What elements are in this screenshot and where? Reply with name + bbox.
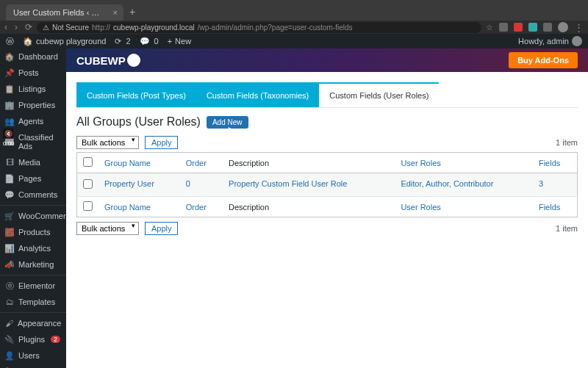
- sidebar-item-properties[interactable]: 🏢Properties: [0, 97, 66, 113]
- cell-name[interactable]: Property User: [98, 173, 180, 197]
- apply-button[interactable]: Apply: [145, 222, 179, 235]
- sidebar-item-plugins[interactable]: 🔌Plugins2: [0, 331, 66, 347]
- tab-title: User Custom Fields ‹ cubewp: [13, 8, 119, 17]
- menu-label: Analytics: [18, 244, 51, 253]
- url-path: /wp-admin/admin.php?page=user-custom-fie…: [198, 24, 353, 32]
- menu-label: Posts: [18, 68, 39, 77]
- comments-link[interactable]: 💬0: [140, 37, 159, 46]
- col-desc: Description: [223, 197, 395, 217]
- tab-custom-fields-post-types-[interactable]: Custom Fields (Post Types): [76, 82, 196, 107]
- back-icon[interactable]: ‹: [4, 22, 7, 32]
- close-icon[interactable]: ×: [113, 8, 118, 17]
- menu-icon: 👥: [5, 117, 14, 126]
- browser-chrome: User Custom Fields ‹ cubewp × + ‹ › ⟳ ⚠ …: [0, 0, 588, 34]
- wp-logo-icon[interactable]: ⓦ: [6, 36, 14, 47]
- tab-custom-fields-taxonomies-[interactable]: Custom Fields (Taxonomies): [196, 82, 319, 107]
- video-time: 0:00: [3, 140, 15, 147]
- col-fields[interactable]: Fields: [533, 197, 578, 217]
- menu-icon: 📊: [5, 244, 14, 253]
- table-row: Property User 0 Property Custom Field Us…: [77, 173, 578, 197]
- sidebar-item-dashboard[interactable]: 🏠Dashboard: [0, 48, 66, 65]
- menu-label: Classified Ads: [18, 133, 61, 151]
- reload-icon[interactable]: ⟳: [25, 22, 32, 32]
- not-secure-icon: ⚠: [43, 24, 49, 32]
- mute-icon[interactable]: 🔇: [3, 129, 13, 139]
- cell-roles: Editor, Author, Contributor: [395, 173, 533, 197]
- sidebar-item-comments[interactable]: 💬Comments: [0, 187, 66, 203]
- col-desc: Description: [223, 153, 395, 173]
- howdy[interactable]: Howdy, admin: [518, 36, 582, 46]
- sidebar-item-agents[interactable]: 👥Agents: [0, 113, 66, 129]
- video-overlay: 🔇 0:00: [3, 129, 15, 147]
- sidebar-item-marketing[interactable]: 📣Marketing: [0, 256, 66, 273]
- cell-fields[interactable]: 3: [533, 173, 578, 197]
- menu-label: Users: [18, 351, 40, 360]
- sidebar-item-woocommerce[interactable]: 🛒WooCommerce: [0, 208, 66, 224]
- new-tab-button[interactable]: +: [123, 3, 141, 21]
- sidebar-item-listings[interactable]: 📋Listings: [0, 81, 66, 97]
- sidebar-item-posts[interactable]: 📌Posts: [0, 65, 66, 81]
- bulk-actions-select[interactable]: Bulk actions: [76, 136, 139, 149]
- buy-addons-button[interactable]: Buy Add-Ons: [509, 52, 578, 68]
- sidebar-item-analytics[interactable]: 📊Analytics: [0, 240, 66, 256]
- select-all-checkbox[interactable]: [83, 201, 93, 211]
- col-name[interactable]: Group Name: [98, 197, 180, 217]
- col-roles[interactable]: User Roles: [395, 153, 533, 173]
- col-name[interactable]: Group Name: [98, 153, 180, 173]
- menu-icon: 🏠: [5, 52, 14, 61]
- tab-custom-fields-user-roles-[interactable]: Custom Fields (User Roles): [319, 82, 439, 107]
- menu-icon: 🧱: [5, 228, 14, 237]
- ext-icon[interactable]: [499, 23, 508, 32]
- sidebar-item-appearance[interactable]: 🖌Appearance: [0, 315, 66, 331]
- menu-icon: 🛒: [5, 212, 14, 220]
- browser-tab[interactable]: User Custom Fields ‹ cubewp ×: [6, 4, 123, 21]
- ext-icon[interactable]: [528, 23, 537, 32]
- col-order[interactable]: Order: [180, 153, 223, 173]
- nav-icons: ‹ › ⟳: [4, 22, 32, 32]
- menu-icon: 👤: [5, 351, 14, 360]
- menu-icon: 🎞: [5, 158, 14, 167]
- col-fields[interactable]: Fields: [533, 153, 578, 173]
- menu-label: Dashboard: [18, 52, 58, 61]
- new-link[interactable]: + New: [168, 37, 191, 46]
- address-bar[interactable]: ⚠ Not Secure http://cubewp-playground.lo…: [37, 22, 481, 33]
- menu-label: Pages: [18, 174, 41, 183]
- menu-icon: 📣: [5, 260, 14, 269]
- cell-order[interactable]: 0: [180, 173, 223, 197]
- profile-avatar[interactable]: [558, 22, 568, 32]
- menu-icon[interactable]: ⋮: [574, 22, 584, 33]
- groups-table: Group Name Order Description User Roles …: [76, 152, 578, 217]
- menu-icon: ⓔ: [5, 281, 14, 290]
- forward-icon[interactable]: ›: [15, 22, 18, 32]
- site-link[interactable]: 🏠 cubewp playground: [23, 37, 106, 46]
- page-tabs: Custom Fields (Post Types)Custom Fields …: [76, 82, 578, 108]
- menu-label: Media: [18, 158, 40, 167]
- sidebar-item-templates[interactable]: 🗂Templates: [0, 294, 66, 310]
- sidebar-item-users[interactable]: 👤Users: [0, 347, 66, 364]
- select-all-checkbox[interactable]: [83, 157, 93, 167]
- menu-label: Comments: [18, 190, 57, 199]
- sidebar-item-products[interactable]: 🧱Products: [0, 224, 66, 240]
- apply-button[interactable]: Apply: [145, 136, 179, 149]
- ext-icon[interactable]: [543, 23, 552, 32]
- add-new-button[interactable]: Add New ➤: [207, 116, 248, 129]
- menu-label: Properties: [18, 101, 55, 109]
- sidebar-item-pages[interactable]: 📄Pages: [0, 170, 66, 187]
- menu-icon: 📄: [5, 174, 14, 183]
- user-avatar-icon: [572, 36, 582, 46]
- sidebar-item-tools[interactable]: 🔧Tools: [0, 364, 66, 368]
- plugin-header: CUBEWP Buy Add-Ons: [66, 48, 588, 72]
- content-area: CUBEWP Buy Add-Ons Custom Fields (Post T…: [66, 48, 588, 368]
- sidebar-item-elementor[interactable]: ⓔElementor: [0, 278, 66, 294]
- logo-o-icon: [127, 54, 140, 67]
- bulk-actions-select[interactable]: Bulk actions: [76, 222, 139, 235]
- sidebar-item-media[interactable]: 🎞Media: [0, 154, 66, 170]
- row-checkbox[interactable]: [83, 179, 93, 189]
- updates-link[interactable]: ⟳2: [115, 37, 130, 46]
- star-icon[interactable]: ☆: [486, 23, 493, 32]
- col-roles[interactable]: User Roles: [395, 197, 533, 217]
- wp-admin-bar: ⓦ 🏠 cubewp playground ⟳2 💬0 + New Howdy,…: [0, 34, 588, 48]
- item-count: 1 item: [556, 138, 578, 147]
- col-order[interactable]: Order: [180, 197, 223, 217]
- ext-icon[interactable]: [514, 23, 523, 32]
